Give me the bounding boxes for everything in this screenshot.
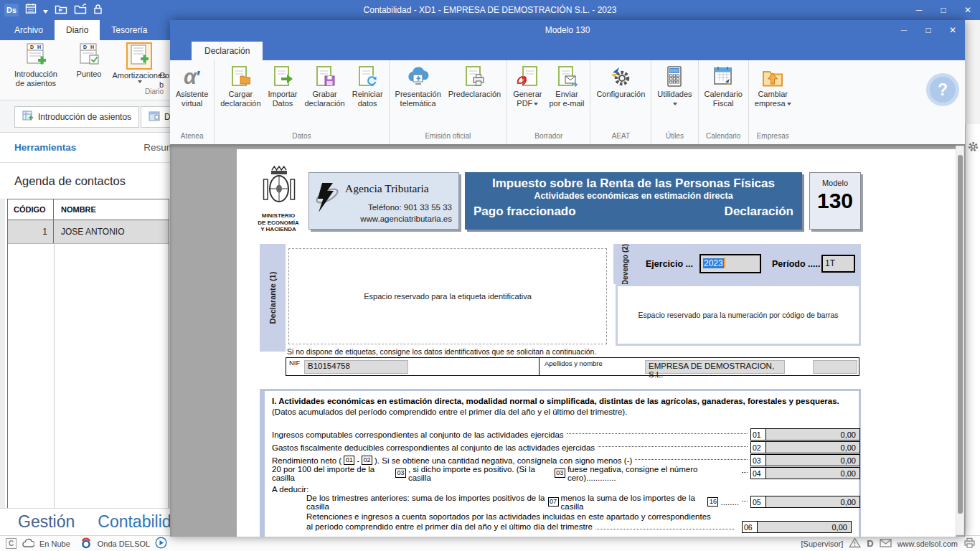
dotted-leader <box>742 501 748 501</box>
website-label[interactable]: www.sdelsol.com <box>897 540 958 548</box>
statusbar-right: [Supervisor] D www.sdelsol.com <box>801 537 976 550</box>
scrollbar-thumb[interactable] <box>958 155 963 514</box>
aeat-box: Agencia Tributaria Teléfono: 901 33 55 3… <box>308 172 459 230</box>
help-button[interactable]: ? <box>926 73 959 106</box>
predeclaracion-button[interactable]: Predeclaración <box>445 60 504 132</box>
cloud-icon <box>22 538 34 550</box>
delsol-d-icon[interactable]: D <box>867 538 873 549</box>
right-strip <box>965 124 980 535</box>
introduccion-asientos-toolbar-button[interactable]: Introducción de asientos <box>14 106 139 128</box>
tab-herramientas[interactable]: Herramientas <box>14 142 76 153</box>
cargar-declaracion-button[interactable]: Cargar declaración <box>217 60 264 132</box>
pdf-icon <box>516 64 539 90</box>
left-panel: Herramientas Resumen Agenda de contactos… <box>0 133 170 508</box>
warning-icon[interactable] <box>849 537 861 550</box>
calendario-fiscal-button[interactable]: Calendario Fiscal <box>701 60 746 132</box>
periodo-field[interactable]: 1T <box>821 255 855 273</box>
doc-folder-icon <box>229 64 252 90</box>
printer-icon[interactable] <box>963 537 976 550</box>
c-badge-icon[interactable]: C <box>6 538 17 549</box>
model-number: 130 <box>810 189 860 213</box>
column-codigo[interactable]: CÓDIGO <box>8 199 54 220</box>
etiquetas-note: Si no dispone de etiquetas, consigne los… <box>287 347 596 356</box>
doc-refresh-icon <box>356 64 379 90</box>
alpha-icon: α′ <box>184 64 200 90</box>
cambiar-empresa-button[interactable]: Cambiar empresa <box>751 60 795 132</box>
enviar-email-button[interactable]: Enviar por e-mail <box>546 60 588 132</box>
svg-text:H: H <box>37 44 41 50</box>
utilidades-button[interactable]: Utilidades <box>654 60 695 132</box>
form-title-right: Declaración <box>725 204 793 219</box>
nif-label: NIF <box>289 359 300 367</box>
en-nube-label: En Nube <box>39 540 70 548</box>
ejercicio-field[interactable]: 2023 <box>699 254 761 273</box>
text-cursor <box>724 258 725 268</box>
table-row[interactable]: 1 JOSE ANTONIO <box>8 220 169 244</box>
casilla-04: 04 <box>750 467 766 479</box>
introduccion-asientos-button[interactable]: DH Introducción de asientos <box>1 42 70 97</box>
importar-datos-button[interactable]: Importar Datos <box>265 60 301 132</box>
amount-05[interactable]: 0,00 <box>766 496 860 508</box>
tab-declaracion[interactable]: Declaración <box>192 42 263 60</box>
minimize-button[interactable]: ─ <box>892 20 916 40</box>
amount-02[interactable]: 0,00 <box>766 441 860 453</box>
amount-03[interactable]: 0,00 <box>766 454 860 466</box>
configuracion-button[interactable]: Configuración <box>593 60 649 132</box>
doc-arrow-icon <box>271 64 294 90</box>
main-titlebar: Ds Contabilidad - XD1 - EMPRESA DE DEMOS… <box>0 0 980 20</box>
onda-delsol-label: Onda DELSOL <box>98 540 150 548</box>
statusbar-left: C En Nube Onda DELSOL <box>6 537 167 550</box>
asistente-virtual-button[interactable]: α′ Asistente virtual <box>172 60 212 132</box>
close-button[interactable]: ✕ <box>941 20 965 40</box>
amount-01[interactable]: 0,00 <box>766 428 860 441</box>
minimize-button[interactable]: ─ <box>907 0 931 20</box>
modal-ribbon-tabs: Declaración <box>170 40 965 60</box>
grabar-declaracion-button[interactable]: Grabar declaración <box>301 60 348 132</box>
tab-diario[interactable]: Diario <box>55 20 100 40</box>
panel-gutter <box>0 199 5 551</box>
dotted-leader <box>635 459 748 460</box>
devengo-band: Ejercicio ... 2023 Período ..... 1T <box>637 244 861 284</box>
svg-text:D: D <box>83 44 87 50</box>
section-1: I. Actividades económicas en estimación … <box>260 389 861 537</box>
devengo-strip: Devengo (2) <box>613 244 637 284</box>
apellidos-field[interactable]: EMPRESA DE DEMOSTRACION, S.L. <box>645 360 785 374</box>
amount-06[interactable]: 0,00 <box>758 521 852 533</box>
form-row-02: Gastos fiscalmente deducibles correspond… <box>272 441 860 453</box>
ejercicio-label: Ejercicio ... <box>646 259 693 269</box>
gear-icon[interactable] <box>968 141 979 155</box>
punteo-button[interactable]: DH Punteo <box>72 42 106 97</box>
screen: Ds Contabilidad - XD1 - EMPRESA DE DEMOS… <box>0 0 980 551</box>
chip-02: 02 <box>362 456 372 465</box>
tab-archivo[interactable]: Archivo <box>3 20 55 40</box>
chip-03b: 03 <box>555 468 565 478</box>
grid-doc-icon <box>22 110 34 124</box>
form-title: Impuesto sobre la Renta de las Personas … <box>465 176 802 191</box>
amount-04[interactable]: 0,00 <box>766 467 860 479</box>
tab-tesoreria[interactable]: Tesorería <box>100 20 159 40</box>
group-calendario: Calendario Fiscal Calendario <box>699 60 749 144</box>
group-emision-oficial: Presentación telemática Predeclaración E… <box>390 60 508 144</box>
group-empresas: Cambiar empresa Empresas <box>749 60 797 144</box>
play-icon[interactable] <box>155 537 167 550</box>
generar-pdf-button[interactable]: Generar PDF <box>509 60 545 132</box>
nif-field[interactable]: B10154758 <box>304 360 408 374</box>
envelope-icon[interactable] <box>880 539 892 549</box>
reiniciar-datos-button[interactable]: Reiniciar datos <box>349 60 387 132</box>
casilla-05: 05 <box>750 496 766 508</box>
module-tab-gestion[interactable]: Gestión <box>18 512 75 532</box>
extra-field[interactable] <box>813 360 857 374</box>
apellidos-label: Apellidos y nombre <box>545 359 603 367</box>
presentacion-telematica-button[interactable]: Presentación telemática <box>392 60 445 132</box>
maximize-button[interactable]: □ <box>931 0 956 20</box>
calendar-fiscal-icon <box>712 64 735 90</box>
maximize-button[interactable]: □ <box>916 20 941 40</box>
chip-07: 07 <box>548 497 559 507</box>
column-nombre[interactable]: NOMBRE <box>54 199 169 220</box>
model-box: Modelo 130 <box>809 172 861 230</box>
form-subtitle: Actividades económicas en estimación dir… <box>465 191 802 201</box>
close-button[interactable]: ✕ <box>956 0 980 20</box>
barcode-box: Espacio reservado para la numeración por… <box>616 284 861 346</box>
window-icon <box>149 111 160 123</box>
vertical-scrollbar[interactable] <box>956 146 964 535</box>
